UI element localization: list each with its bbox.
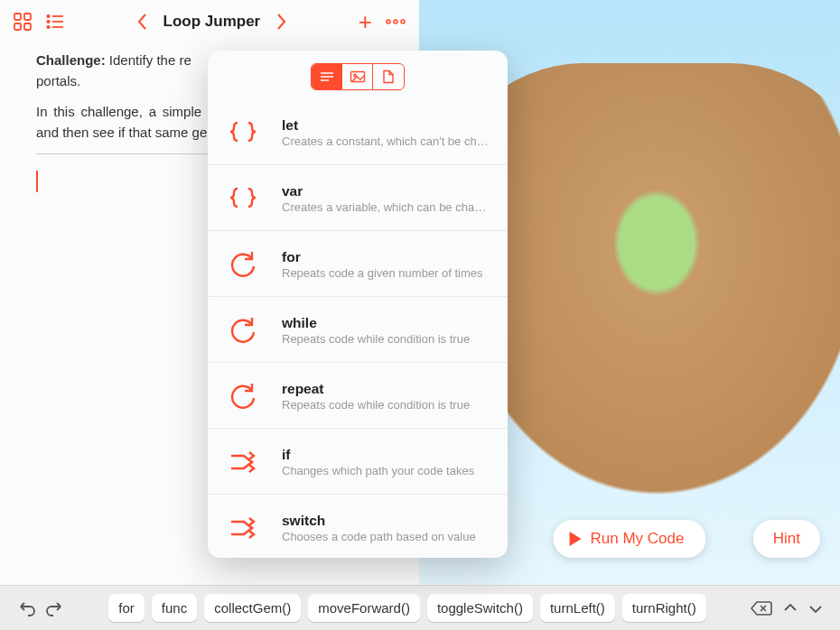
snippet-desc: Chooses a code path based on value [282, 530, 491, 543]
snippet-repeat[interactable]: repeatRepeats code while condition is tr… [208, 363, 508, 429]
svg-point-11 [394, 20, 397, 23]
braces-icon [224, 180, 262, 218]
library-grid-icon[interactable] [13, 12, 33, 32]
run-code-button[interactable]: Run My Code [554, 520, 706, 558]
token-turnLeft[interactable]: turnLeft() [540, 594, 615, 622]
branch-icon [224, 509, 262, 547]
more-icon[interactable] [385, 18, 406, 25]
keyboard-hide-icon[interactable] [782, 600, 798, 616]
svg-point-12 [401, 20, 405, 23]
snippet-popover: letCreates a constant, which can't be ch… [208, 51, 508, 558]
token-moveForward[interactable]: moveForward() [308, 594, 420, 622]
snippet-var[interactable]: varCreates a variable, which can be chan… [208, 165, 508, 231]
token-func[interactable]: func [152, 594, 197, 622]
library-list-icon[interactable] [45, 12, 65, 32]
snippet-let[interactable]: letCreates a constant, which can't be ch… [208, 99, 508, 165]
page-title: Loop Jumper [163, 13, 261, 31]
segment-code[interactable] [312, 64, 342, 89]
snippet-desc: Changes which path your code takes [282, 464, 491, 477]
undo-icon[interactable] [16, 599, 36, 617]
add-icon[interactable]: + [359, 8, 372, 36]
svg-rect-0 [14, 14, 21, 20]
token-turnRight[interactable]: turnRight() [622, 594, 706, 622]
play-icon [570, 532, 582, 546]
token-for[interactable]: for [108, 594, 145, 622]
svg-rect-1 [24, 14, 31, 20]
hint-button[interactable]: Hint [753, 520, 820, 558]
segment-image[interactable] [342, 64, 373, 89]
loop-icon [224, 246, 262, 283]
svg-point-10 [387, 20, 390, 23]
snippet-title: repeat [282, 381, 491, 397]
snippet-desc: Repeats code while condition is true [282, 332, 491, 346]
snippet-title: if [282, 447, 491, 463]
next-page-icon[interactable] [275, 12, 287, 32]
svg-rect-2 [14, 23, 21, 30]
token-collectGem[interactable]: collectGem() [204, 594, 301, 622]
snippet-while[interactable]: whileRepeats code while condition is tru… [208, 297, 508, 363]
snippet-desc: Creates a variable, which can be changed [282, 200, 491, 214]
loop-icon [224, 311, 262, 349]
snippet-title: var [282, 183, 491, 199]
snippet-title: let [282, 117, 491, 134]
prev-page-icon[interactable] [136, 12, 149, 32]
snippet-title: for [282, 249, 491, 265]
svg-point-4 [47, 15, 49, 17]
snippet-desc: Creates a constant, which can't be chang… [282, 134, 491, 148]
snippet-title: switch [282, 513, 491, 529]
snippet-title: while [282, 315, 491, 331]
snippet-desc: Repeats code while condition is true [282, 398, 491, 412]
svg-point-6 [47, 21, 49, 23]
keyboard-shortcut-bar: forfunccollectGem()moveForward()toggleSw… [0, 585, 840, 630]
snippet-desc: Repeats code a given number of times [282, 266, 491, 280]
svg-rect-3 [24, 23, 31, 30]
snippet-if[interactable]: ifChanges which path your code takes [208, 429, 508, 495]
library-segment-control [311, 63, 405, 90]
backspace-icon[interactable] [750, 600, 773, 616]
snippet-switch[interactable]: switchChooses a code path based on value [208, 495, 508, 558]
svg-point-17 [353, 74, 356, 77]
segment-file[interactable] [373, 64, 404, 89]
snippet-for[interactable]: forRepeats code a given number of times [208, 231, 508, 297]
svg-point-8 [47, 26, 49, 28]
token-toggleSwitch[interactable]: toggleSwitch() [427, 594, 533, 622]
keyboard-show-icon[interactable] [807, 600, 824, 616]
loop-icon [224, 377, 262, 415]
redo-icon[interactable] [45, 599, 65, 617]
braces-icon [224, 114, 262, 152]
branch-icon [224, 443, 262, 481]
code-cursor[interactable] [36, 171, 38, 192]
